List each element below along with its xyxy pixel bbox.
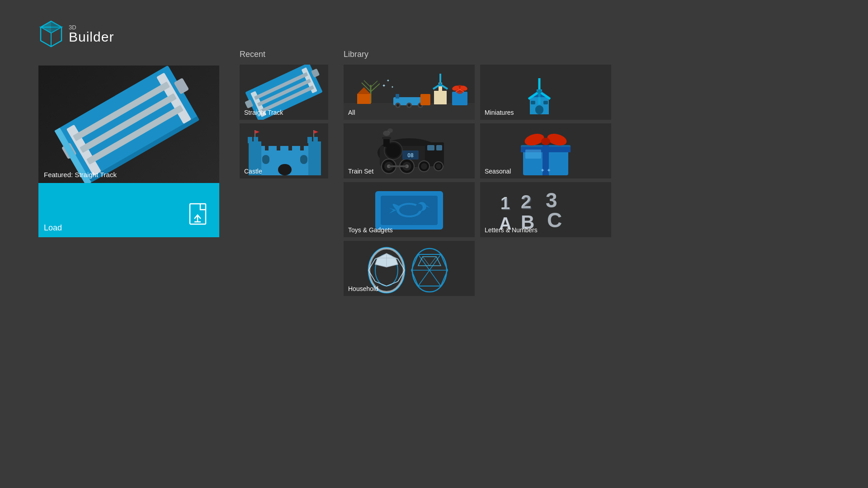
- svg-rect-39: [254, 137, 258, 143]
- svg-rect-43: [262, 155, 269, 164]
- library-tile-train-set[interactable]: 08 Train Set: [344, 123, 475, 178]
- svg-rect-42: [278, 164, 292, 175]
- svg-point-111: [421, 163, 427, 169]
- svg-text:C: C: [547, 208, 562, 232]
- library-tile-toys-gadgets[interactable]: Toys & Gadgets: [344, 182, 475, 237]
- left-panel: Featured: Straight Track Load: [38, 66, 219, 237]
- recent-section: Recent Straight Track: [240, 50, 328, 178]
- load-tile[interactable]: Load: [38, 183, 219, 237]
- recent-tile-castle[interactable]: Castle: [240, 123, 328, 178]
- svg-point-125: [541, 138, 550, 145]
- library-tile-label-miniatures: Miniatures: [485, 109, 514, 116]
- svg-rect-34: [292, 146, 300, 154]
- svg-point-137: [415, 204, 423, 211]
- recent-tile-straight-track[interactable]: Straight Track: [240, 65, 328, 120]
- svg-rect-41: [313, 137, 318, 143]
- svg-rect-92: [531, 101, 535, 104]
- svg-rect-38: [248, 137, 252, 143]
- svg-rect-128: [525, 150, 541, 159]
- svg-rect-44: [300, 155, 307, 164]
- library-grid: ✦ ✦ ✦: [344, 65, 613, 296]
- load-file-icon: [188, 202, 210, 229]
- svg-text:✦ ✦: ✦ ✦: [540, 167, 551, 174]
- svg-point-71: [408, 104, 410, 107]
- recent-tile-label-castle: Castle: [244, 168, 262, 175]
- library-tile-label-seasonal: Seasonal: [485, 168, 511, 175]
- svg-point-90: [537, 89, 542, 94]
- load-label: Load: [44, 223, 62, 233]
- svg-point-113: [436, 164, 441, 169]
- library-label: Library: [344, 50, 613, 59]
- svg-text:1: 1: [501, 195, 511, 214]
- recent-grid: Straight Track: [240, 65, 328, 178]
- svg-marker-6: [51, 21, 61, 33]
- logo-builder-label: Builder: [69, 30, 114, 44]
- library-tile-miniatures[interactable]: Miniatures: [480, 65, 611, 120]
- featured-illustration: [38, 66, 219, 183]
- logo-text: 3D Builder: [69, 24, 114, 44]
- featured-tile[interactable]: Featured: Straight Track: [38, 66, 219, 183]
- recent-label: Recent: [240, 50, 328, 59]
- svg-text:✦: ✦: [391, 85, 394, 89]
- library-tile-label-household: Household: [348, 285, 378, 292]
- svg-text:✦: ✦: [387, 79, 390, 83]
- all-illustration: ✦ ✦ ✦: [344, 65, 475, 120]
- svg-rect-59: [357, 94, 371, 104]
- svg-rect-91: [535, 105, 543, 114]
- svg-rect-37: [308, 141, 321, 175]
- svg-text:2: 2: [522, 192, 532, 213]
- svg-rect-62: [434, 91, 447, 104]
- library-tile-label-train-set: Train Set: [348, 168, 373, 175]
- svg-rect-32: [269, 146, 277, 154]
- svg-point-69: [396, 104, 399, 107]
- library-tile-label-toys-gadgets: Toys & Gadgets: [348, 226, 393, 234]
- library-tile-label-all: All: [348, 109, 355, 116]
- svg-rect-103: [382, 137, 391, 139]
- featured-label: Featured: Straight Track: [44, 171, 117, 178]
- svg-rect-101: [436, 145, 442, 150]
- svg-rect-33: [280, 146, 288, 154]
- library-tile-seasonal[interactable]: ✦ ✦ Seasonal: [480, 123, 611, 178]
- svg-rect-100: [427, 145, 434, 150]
- library-tile-all[interactable]: ✦ ✦ ✦: [344, 65, 475, 120]
- logo: 3D Builder: [38, 20, 114, 47]
- svg-text:08: 08: [407, 152, 414, 159]
- svg-rect-75: [396, 94, 399, 99]
- library-tile-label-letters-numbers: Letters & Numbers: [485, 226, 538, 234]
- logo-icon: [38, 20, 63, 47]
- svg-text:✦: ✦: [382, 83, 386, 88]
- svg-point-66: [439, 83, 442, 86]
- library-tile-household[interactable]: Household: [344, 241, 475, 296]
- library-tile-letters-numbers[interactable]: 1 2 3 A B C 1 2 Letters & Numbers: [480, 182, 611, 237]
- svg-rect-74: [420, 94, 430, 105]
- library-section: Library ✦ ✦ ✦: [344, 50, 613, 296]
- load-icon-area: [188, 202, 210, 230]
- svg-rect-93: [543, 101, 548, 104]
- svg-marker-5: [41, 21, 51, 33]
- recent-tile-label-straight-track: Straight Track: [244, 109, 283, 116]
- svg-rect-40: [307, 137, 312, 143]
- svg-point-118: [387, 128, 393, 133]
